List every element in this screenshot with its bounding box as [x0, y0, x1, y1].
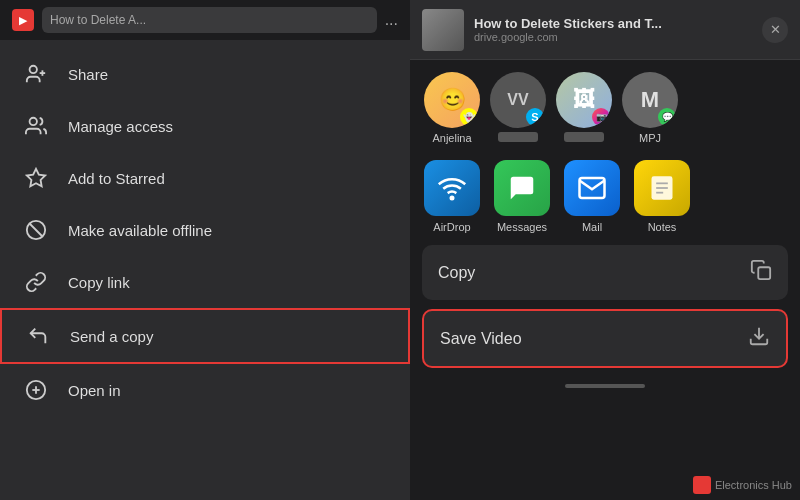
mail-icon — [564, 160, 620, 216]
notes-icon — [634, 160, 690, 216]
insta-badge: 📷 — [592, 108, 610, 126]
svg-point-10 — [451, 197, 454, 200]
contact-vv[interactable]: VV S — [490, 72, 546, 142]
airdrop-icon — [424, 160, 480, 216]
watermark-text: Electronics Hub — [715, 479, 792, 491]
app-notes[interactable]: Notes — [634, 160, 690, 233]
svg-marker-4 — [27, 169, 45, 186]
contact-avatar-vv: VV S — [490, 72, 546, 128]
close-button[interactable]: ✕ — [762, 17, 788, 43]
messages-label: Messages — [497, 221, 547, 233]
menu-item-copy-link[interactable]: Copy link — [0, 256, 410, 308]
menu-item-manage-access[interactable]: Manage access — [0, 100, 410, 152]
open-in-icon — [24, 378, 48, 402]
copy-label: Copy — [438, 264, 475, 282]
menu-item-send-copy[interactable]: Send a copy — [0, 308, 410, 364]
apps-row: AirDrop Messages Mail — [410, 152, 800, 237]
menu-item-share[interactable]: Share — [0, 48, 410, 100]
drive-icon: ▶ — [12, 9, 34, 31]
send-copy-label: Send a copy — [70, 328, 153, 345]
save-video-label: Save Video — [440, 330, 522, 348]
action-section: Copy Save Video — [422, 245, 788, 376]
copy-icon — [750, 259, 772, 286]
app-mail[interactable]: Mail — [564, 160, 620, 233]
contacts-row: 😊 👻 Anjelina VV S 🖼 📷 M 💬 — [410, 60, 800, 152]
msg-badge: 💬 — [658, 108, 676, 126]
right-header-url: drive.google.com — [474, 31, 752, 43]
contact-avatar-mpj: M 💬 — [622, 72, 678, 128]
watermark: Electronics Hub — [693, 476, 792, 494]
more-button[interactable]: ... — [385, 11, 398, 29]
contact-name-blur-photo — [564, 132, 604, 142]
contact-avatar-anjelina: 😊 👻 — [424, 72, 480, 128]
open-in-label: Open in — [68, 382, 121, 399]
action-copy[interactable]: Copy — [422, 245, 788, 300]
contact-photo[interactable]: 🖼 📷 — [556, 72, 612, 142]
offline-icon — [24, 218, 48, 242]
left-header: ▶ How to Delete A... ... — [0, 0, 410, 40]
contact-anjelina[interactable]: 😊 👻 Anjelina — [424, 72, 480, 144]
thumbnail-image — [422, 9, 464, 51]
svg-line-6 — [30, 224, 43, 237]
scroll-indicator — [565, 384, 645, 388]
menu-item-open-in[interactable]: Open in — [0, 364, 410, 416]
skype-badge: S — [526, 108, 544, 126]
save-video-icon — [748, 325, 770, 352]
notes-label: Notes — [648, 221, 677, 233]
snap-badge: 👻 — [460, 108, 478, 126]
add-starred-label: Add to Starred — [68, 170, 165, 187]
menu-item-offline[interactable]: Make available offline — [0, 204, 410, 256]
mail-label: Mail — [582, 221, 602, 233]
airdrop-label: AirDrop — [433, 221, 470, 233]
contact-name-mpj: MPJ — [639, 132, 661, 144]
right-header-title: How to Delete Stickers and T... — [474, 16, 752, 31]
manage-access-label: Manage access — [68, 118, 173, 135]
svg-point-3 — [30, 118, 37, 125]
watermark-logo — [693, 476, 711, 494]
svg-point-0 — [30, 66, 37, 73]
svg-rect-15 — [758, 267, 770, 279]
star-icon — [24, 166, 48, 190]
contact-name-anjelina: Anjelina — [432, 132, 471, 144]
manage-access-icon — [24, 114, 48, 138]
share-icon — [24, 62, 48, 86]
right-header-text: How to Delete Stickers and T... drive.go… — [474, 16, 752, 43]
menu-list: Share Manage access Add to Starred — [0, 40, 410, 424]
copy-link-icon — [24, 270, 48, 294]
copy-link-label: Copy link — [68, 274, 130, 291]
menu-item-add-starred[interactable]: Add to Starred — [0, 152, 410, 204]
video-thumbnail — [422, 9, 464, 51]
right-panel: How to Delete Stickers and T... drive.go… — [410, 0, 800, 500]
left-panel: ▶ How to Delete A... ... Share — [0, 0, 410, 500]
share-label: Share — [68, 66, 108, 83]
offline-label: Make available offline — [68, 222, 212, 239]
send-copy-icon — [26, 324, 50, 348]
left-header-title: How to Delete A... — [42, 7, 377, 33]
messages-icon — [494, 160, 550, 216]
app-messages[interactable]: Messages — [494, 160, 550, 233]
app-airdrop[interactable]: AirDrop — [424, 160, 480, 233]
contact-name-blur-vv — [498, 132, 538, 142]
contact-mpj[interactable]: M 💬 MPJ — [622, 72, 678, 144]
action-save-video[interactable]: Save Video — [422, 309, 788, 368]
contact-avatar-photo: 🖼 📷 — [556, 72, 612, 128]
right-header: How to Delete Stickers and T... drive.go… — [410, 0, 800, 60]
